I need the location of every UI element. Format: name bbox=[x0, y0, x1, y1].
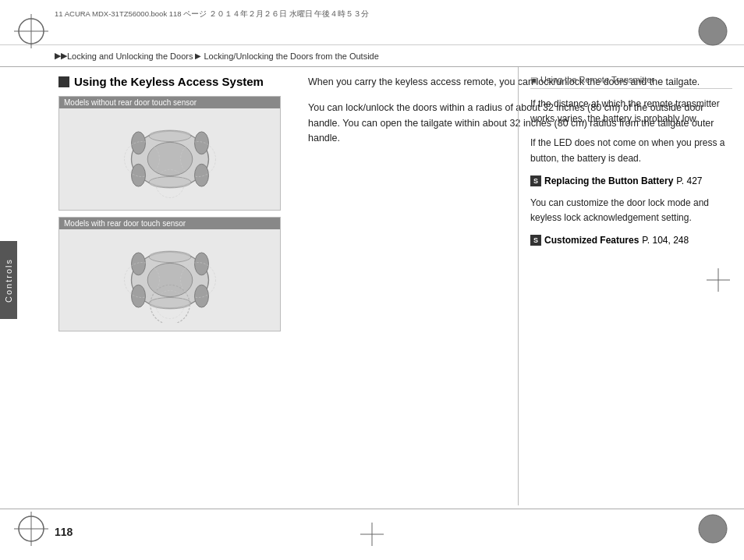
svg-point-4 bbox=[131, 132, 145, 154]
corner-bl-deco bbox=[14, 512, 48, 546]
svg-point-13 bbox=[149, 251, 191, 262]
bottom-center-deco bbox=[360, 523, 384, 546]
car-image-container-1 bbox=[59, 108, 280, 210]
car-svg-2 bbox=[100, 237, 240, 323]
car-image-2: Models with rear door touch sensor bbox=[58, 217, 281, 331]
svg-point-17 bbox=[131, 285, 145, 307]
svg-point-14 bbox=[149, 298, 191, 309]
ref-icon-1: S bbox=[530, 175, 541, 186]
ref-icon-2: S bbox=[530, 235, 541, 246]
section-title: Using the Keyless Access System bbox=[58, 75, 281, 88]
panel-text-3: You can customize the door lock mode and… bbox=[530, 196, 732, 225]
corner-tr-deco bbox=[696, 14, 730, 48]
svg-point-18 bbox=[194, 285, 208, 307]
section-title-text: Using the Keyless Access System bbox=[74, 75, 264, 88]
car-svg-1 bbox=[100, 116, 240, 202]
svg-point-30 bbox=[699, 515, 727, 543]
svg-point-3 bbox=[149, 177, 191, 188]
breadcrumb: ▶▶ Locking and Unlocking the Doors ▶ Loc… bbox=[0, 45, 744, 67]
ref2-label: Customized Features bbox=[544, 235, 639, 246]
panel-text-1: If the distance at which the remote tran… bbox=[530, 97, 732, 126]
ref1-pages: P. 427 bbox=[676, 175, 702, 186]
breadcrumb-part1: Locking and Unlocking the Doors bbox=[67, 51, 193, 61]
svg-point-26 bbox=[699, 17, 727, 45]
svg-point-16 bbox=[194, 253, 208, 275]
car-image-1: Models without rear door touch sensor bbox=[58, 96, 281, 211]
model2-label: Models with rear door touch sensor bbox=[59, 218, 280, 229]
right-center-deco bbox=[707, 268, 730, 292]
corner-br-deco bbox=[696, 512, 730, 546]
model1-label: Models without rear door touch sensor bbox=[59, 97, 280, 108]
panel-header-text: Using the Remote Transmitter bbox=[540, 75, 654, 84]
breadcrumb-part2: Locking/Unlocking the Doors from the Out… bbox=[204, 51, 378, 61]
corner-tl-deco bbox=[14, 14, 48, 48]
svg-point-1 bbox=[147, 142, 193, 175]
ref1-label: Replacing the Button Battery bbox=[544, 175, 673, 186]
svg-point-12 bbox=[147, 263, 193, 296]
section-title-bar-icon bbox=[58, 76, 69, 87]
breadcrumb-arrow1: ▶▶ bbox=[55, 51, 67, 61]
breadcrumb-separator: ▶ bbox=[195, 51, 201, 60]
svg-point-7 bbox=[194, 164, 208, 186]
ref-link-1: S Replacing the Button Battery P. 427 bbox=[530, 175, 732, 186]
top-header bbox=[0, 0, 744, 45]
svg-point-5 bbox=[194, 132, 208, 154]
car-image-container-2 bbox=[59, 229, 280, 331]
bottom-divider bbox=[0, 509, 744, 509]
ref2-pages: P. 104, 248 bbox=[642, 235, 689, 246]
svg-point-15 bbox=[131, 253, 145, 275]
ref-link-2: S Customized Features P. 104, 248 bbox=[530, 235, 732, 246]
panel-text-2: If the LED does not come on when you pre… bbox=[530, 136, 732, 165]
panel-header-icon: ▣ bbox=[530, 76, 537, 84]
side-tab-label: Controls bbox=[4, 258, 13, 303]
side-tab: Controls bbox=[0, 241, 17, 319]
svg-point-6 bbox=[131, 164, 145, 186]
svg-point-2 bbox=[149, 130, 191, 141]
left-column: Using the Keyless Access System Models w… bbox=[51, 67, 292, 505]
panel-header: ▣ Using the Remote Transmitter bbox=[530, 75, 732, 89]
page-number: 118 bbox=[55, 526, 73, 538]
